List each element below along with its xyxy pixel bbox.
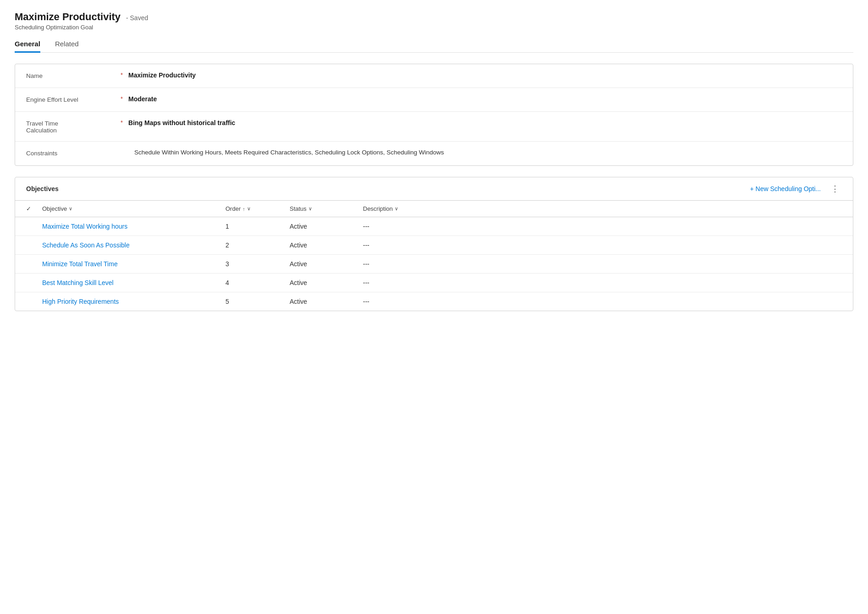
field-label-constraints: Constraints xyxy=(26,149,118,157)
row-order: 1 xyxy=(220,217,284,236)
row-status: Active xyxy=(284,292,357,311)
form-row-constraints: Constraints Schedule Within Working Hour… xyxy=(15,142,853,165)
col-objective-label: Objective xyxy=(42,205,67,212)
row-description: --- xyxy=(357,236,853,255)
row-check xyxy=(15,217,37,236)
new-scheduling-button[interactable]: + New Scheduling Opti... xyxy=(750,185,821,192)
col-header-check: ✓ xyxy=(15,201,37,217)
table-row: Maximize Total Working hours 1 Active --… xyxy=(15,217,853,236)
col-description-label: Description xyxy=(363,205,393,212)
field-value-name: Maximize Productivity xyxy=(128,71,842,79)
field-value-travel-time: Bing Maps without historical traffic xyxy=(128,119,842,126)
col-header-objective[interactable]: Objective ∨ xyxy=(37,201,220,217)
row-check xyxy=(15,236,37,255)
row-check xyxy=(15,255,37,274)
objectives-title: Objectives xyxy=(26,185,750,192)
form-card: Name * Maximize Productivity Engine Effo… xyxy=(15,64,853,166)
page-title: Maximize Productivity xyxy=(15,11,121,22)
form-row-engine-effort: Engine Effort Level * Moderate xyxy=(15,88,853,112)
table-row: Best Matching Skill Level 4 Active --- xyxy=(15,274,853,292)
form-row-name: Name * Maximize Productivity xyxy=(15,64,853,88)
table-row: High Priority Requirements 5 Active --- xyxy=(15,292,853,311)
chevron-down-icon-description: ∨ xyxy=(395,206,398,212)
objectives-header: Objectives + New Scheduling Opti... ⋮ xyxy=(15,177,853,201)
chevron-down-icon-status: ∨ xyxy=(308,206,312,212)
objectives-container: Objectives + New Scheduling Opti... ⋮ ✓ … xyxy=(15,177,853,311)
chevron-down-icon-order: ∨ xyxy=(247,206,251,212)
row-description: --- xyxy=(357,217,853,236)
row-objective[interactable]: Schedule As Soon As Possible xyxy=(37,236,220,255)
col-order-label: Order xyxy=(225,205,241,212)
field-label-travel-time: Travel TimeCalculation xyxy=(26,119,118,134)
row-order: 4 xyxy=(220,274,284,292)
row-description: --- xyxy=(357,274,853,292)
row-objective[interactable]: High Priority Requirements xyxy=(37,292,220,311)
required-indicator-travel-time: * xyxy=(121,119,123,126)
table-header-row: ✓ Objective ∨ Order ↑ ∨ xyxy=(15,201,853,217)
tab-related[interactable]: Related xyxy=(55,40,79,53)
row-objective[interactable]: Minimize Total Travel Time xyxy=(37,255,220,274)
plus-icon: + xyxy=(750,185,753,192)
tab-bar: General Related xyxy=(15,40,853,53)
table-row: Minimize Total Travel Time 3 Active --- xyxy=(15,255,853,274)
row-objective[interactable]: Best Matching Skill Level xyxy=(37,274,220,292)
checkmark-icon: ✓ xyxy=(26,205,31,212)
row-status: Active xyxy=(284,255,357,274)
sort-asc-icon: ↑ xyxy=(242,206,245,212)
row-status: Active xyxy=(284,217,357,236)
row-status: Active xyxy=(284,274,357,292)
row-order: 5 xyxy=(220,292,284,311)
row-description: --- xyxy=(357,255,853,274)
row-check xyxy=(15,292,37,311)
col-status-label: Status xyxy=(290,205,307,212)
row-order: 3 xyxy=(220,255,284,274)
row-status: Active xyxy=(284,236,357,255)
required-indicator-engine-effort: * xyxy=(121,95,123,102)
field-value-engine-effort: Moderate xyxy=(128,95,842,103)
col-header-status[interactable]: Status ∨ xyxy=(284,201,357,217)
row-order: 2 xyxy=(220,236,284,255)
objectives-table: ✓ Objective ∨ Order ↑ ∨ xyxy=(15,201,853,311)
page-subtitle: Scheduling Optimization Goal xyxy=(15,24,853,31)
required-indicator-name: * xyxy=(121,71,123,78)
row-check xyxy=(15,274,37,292)
new-scheduling-label: New Scheduling Opti... xyxy=(756,185,821,192)
col-header-order[interactable]: Order ↑ ∨ xyxy=(220,201,284,217)
saved-badge: - Saved xyxy=(126,14,148,22)
chevron-down-icon: ∨ xyxy=(69,206,72,212)
page-header: Maximize Productivity - Saved Scheduling… xyxy=(15,11,853,31)
tab-general[interactable]: General xyxy=(15,40,40,53)
table-row: Schedule As Soon As Possible 2 Active --… xyxy=(15,236,853,255)
more-options-button[interactable]: ⋮ xyxy=(828,183,842,195)
col-header-description[interactable]: Description ∨ xyxy=(357,201,853,217)
field-value-constraints: Schedule Within Working Hours, Meets Req… xyxy=(134,149,842,156)
field-label-name: Name xyxy=(26,71,118,79)
row-description: --- xyxy=(357,292,853,311)
row-objective[interactable]: Maximize Total Working hours xyxy=(37,217,220,236)
form-row-travel-time: Travel TimeCalculation * Bing Maps witho… xyxy=(15,112,853,142)
field-label-engine-effort: Engine Effort Level xyxy=(26,95,118,103)
